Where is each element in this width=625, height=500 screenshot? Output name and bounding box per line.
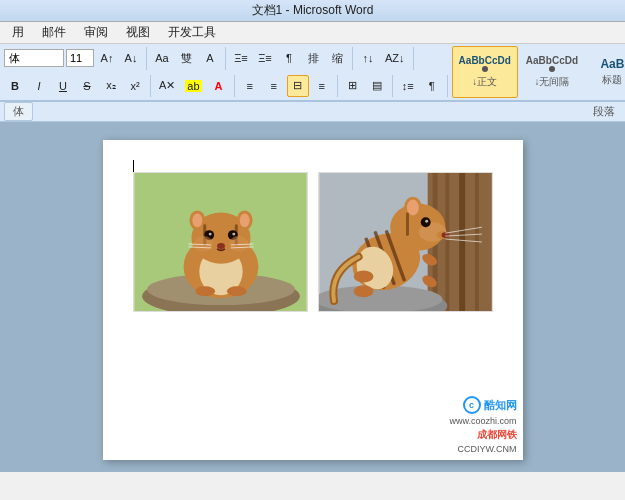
watermark-brand-icon: c [463,396,481,414]
svg-point-10 [192,213,202,227]
font-format-group: B I U S x₂ x² [4,75,151,98]
borders-icon: ⊞ [348,79,357,92]
menu-item-shitu[interactable]: 视图 [118,22,158,43]
style-normal-label: ↓正文 [472,75,497,89]
section-para-label: 段落 [593,104,615,119]
section-font-label[interactable]: 体 [4,102,33,121]
font-grow-button[interactable]: A↑ [96,47,118,69]
menu-bar: 用 邮件 审阅 视图 开发工具 [0,22,625,44]
style-no-spacing-dot [549,66,555,72]
multilevel-list-button[interactable]: ¶ [278,47,300,69]
svg-point-47 [425,220,428,223]
style-heading1-label: 标题 1 [602,73,625,87]
style-normal-dot [482,66,488,72]
bold-button[interactable]: B [4,75,26,97]
clear-format-button[interactable]: A✕ [155,75,179,97]
numbering-icon: Ξ≡ [258,52,272,64]
align-justify-button[interactable]: ⊟ [287,75,309,97]
title-bar: 文档1 - Microsoft Word [0,0,625,22]
style-heading1[interactable]: AaBb 标题 1 [586,46,625,98]
bullet-list-button[interactable]: Ξ≡ [230,47,252,69]
svg-point-12 [239,213,249,227]
phonetic-button[interactable]: 雙 [175,47,197,69]
numbering-button[interactable]: Ξ≡ [254,47,276,69]
menu-item-kaifa[interactable]: 开发工具 [160,22,224,43]
menu-item-yong[interactable]: 用 [4,22,32,43]
svg-point-16 [208,233,211,236]
align-left-icon: ≡ [246,80,252,92]
style-normal[interactable]: AaBbCcDd ↓正文 [452,46,518,98]
change-case-button[interactable]: Aa [151,47,173,69]
svg-point-43 [406,200,418,216]
font-size-input[interactable]: 11 [66,49,94,67]
superscript-icon: x² [130,80,139,92]
highlight-icon: ab [185,80,201,92]
linespacing-icon: AZ↓ [385,52,405,64]
align-justify-icon: ⊟ [293,79,302,92]
align-right-icon: ≡ [318,80,324,92]
shading-button[interactable]: ▤ [366,75,388,97]
menu-item-youjian[interactable]: 邮件 [34,22,74,43]
font-color2-button[interactable]: A [208,75,230,97]
ribbon-row2: B I U S x₂ x² A✕ [4,75,450,98]
chipmunk-image-1[interactable] [133,172,308,312]
align-group: ≡ ≡ ⊟ ≡ [239,75,338,98]
doc-page: c 酷知网 www.coozhi.com 成都网铁 CCDIYW.CNM [103,140,523,460]
paragraph-button[interactable]: ¶ [421,75,443,97]
style-no-spacing-preview: AaBbCcDd [526,55,578,66]
strikethrough-icon: S [83,80,90,92]
font-group: 体 11 A↑ A↓ [4,47,147,70]
watermark-site1: www.coozhi.com [449,416,516,426]
indent-dec-icon: 排 [308,51,319,66]
strikethrough-button[interactable]: S [76,75,98,97]
style-no-spacing-label: ↓无间隔 [534,75,569,89]
font-icon: A [206,52,213,64]
ribbon-left: 体 11 A↑ A↓ Aa 雙 A [4,47,450,97]
svg-rect-45 [405,212,408,236]
shading-icon: ▤ [372,79,382,92]
underline-icon: U [59,80,67,92]
align-center-icon: ≡ [270,80,276,92]
document-area: c 酷知网 www.coozhi.com 成都网铁 CCDIYW.CNM [0,122,625,472]
svg-point-23 [226,286,246,296]
style-normal-preview: AaBbCcDd [459,55,511,66]
linespacing-button[interactable]: AZ↓ [381,47,409,69]
svg-point-22 [195,286,215,296]
paragraph-icon: ¶ [429,80,435,92]
superscript-button[interactable]: x² [124,75,146,97]
underline-button[interactable]: U [52,75,74,97]
italic-icon: I [37,80,40,92]
watermark-brand2: 成都网铁 [477,428,517,442]
svg-rect-31 [445,173,449,311]
watermark-logo2: 成都网铁 [477,428,517,442]
font-size-value: 11 [70,52,82,64]
font-color2-icon: A [215,80,223,92]
svg-point-19 [217,243,225,249]
align-left-button[interactable]: ≡ [239,75,261,97]
sort-button[interactable]: ↑↓ [357,47,379,69]
style-heading1-preview: AaBb [600,57,625,71]
italic-button[interactable]: I [28,75,50,97]
images-row [133,172,493,312]
font-name-input[interactable]: 体 [4,49,64,67]
font-shrink-button[interactable]: A↓ [120,47,142,69]
chipmunk-image-2[interactable] [318,172,493,312]
indent-increase-button[interactable]: 缩 [326,47,348,69]
borders-button[interactable]: ⊞ [342,75,364,97]
align-right-button[interactable]: ≡ [311,75,333,97]
watermark-brand1: 酷知网 [484,398,517,413]
linespacing2-button[interactable]: ↕≡ [397,75,419,97]
watermark-c-icon: c [469,400,474,410]
font-color-button[interactable]: A [199,47,221,69]
linespacing2-group: ↕≡ ¶ [397,75,448,98]
bullet-list-icon: Ξ≡ [234,52,248,64]
subscript-button[interactable]: x₂ [100,75,122,97]
menu-item-shenyue[interactable]: 审阅 [76,22,116,43]
style-no-spacing[interactable]: AaBbCcDd ↓无间隔 [519,46,585,98]
align-center-button[interactable]: ≡ [263,75,285,97]
highlight-button[interactable]: ab [181,75,205,97]
text-format-group: Aa 雙 A [151,47,226,70]
svg-point-18 [232,233,235,236]
indent-decrease-button[interactable]: 排 [302,47,324,69]
section-bar: 体 段落 [0,102,625,122]
